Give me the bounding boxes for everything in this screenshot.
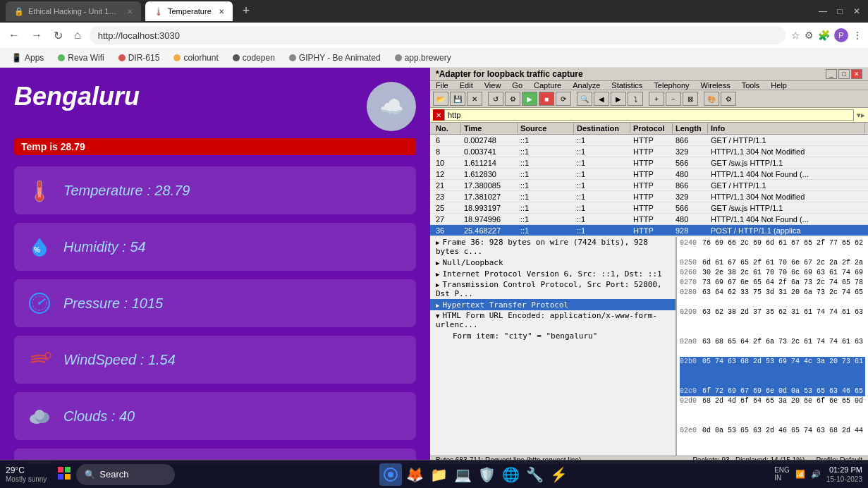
col-source: Source [518, 123, 574, 133]
detail-row[interactable]: ▶Internet Protocol Version 6, Src: ::1, … [430, 268, 676, 279]
bookmark-colorhunt[interactable]: colorhunt [168, 51, 224, 64]
bookmark-dir615[interactable]: DIR-615 [113, 51, 166, 64]
bookmark-apps[interactable]: 📱 Apps [6, 51, 49, 64]
bookmark-codepen[interactable]: codepen [227, 51, 281, 64]
ws-save-btn[interactable]: 💾 [450, 92, 465, 106]
packet-row[interactable]: 6 0.002748 ::1 ::1 HTTP 866 GET / HTTP/1… [430, 135, 868, 146]
pkt-info: HTTP/1.1 304 Not Modified [708, 147, 865, 157]
pkt-no: 25 [433, 203, 461, 213]
detail-row[interactable]: ▶Null/Loopback [430, 257, 676, 268]
settings-icon[interactable]: ⚙ [805, 30, 814, 41]
ws-jump-btn[interactable]: ⤵ [628, 92, 643, 106]
detail-row[interactable]: ▶Hypertext Transfer Protocol [430, 299, 676, 310]
taskbar-chrome-icon[interactable] [379, 463, 402, 486]
ws-maximize[interactable]: □ [838, 69, 850, 79]
ws-menu-telephony[interactable]: Telephony [651, 81, 692, 90]
taskbar-shield-icon[interactable]: 🛡️ [475, 463, 498, 486]
tab2-close[interactable]: ✕ [219, 8, 224, 16]
ws-filter-arrows: ▾▸ [857, 111, 865, 120]
ws-capture-opts-btn[interactable]: ⚙ [505, 92, 520, 106]
pkt-no: 23 [433, 192, 461, 202]
bookmark-reva-wifi-label: Reva Wifi [68, 53, 104, 63]
ws-menu-statistics[interactable]: Statistics [609, 81, 645, 90]
ws-menu-file[interactable]: File [433, 81, 451, 90]
ws-start-btn[interactable]: ▶ [522, 92, 537, 106]
ws-restart-btn[interactable]: ⟳ [556, 92, 571, 106]
wireshark-panel: *Adapter for loopback traffic capture _ … [430, 68, 868, 464]
ws-menu-analyze[interactable]: Analyze [570, 81, 603, 90]
ws-filter-clear[interactable]: ✕ [433, 109, 444, 121]
ws-minimize[interactable]: _ [826, 69, 837, 79]
ws-zoom-fit-btn[interactable]: ⊠ [683, 92, 698, 106]
taskbar-terminal-icon[interactable]: 💻 [451, 463, 474, 486]
ws-prefs-btn[interactable]: ⚙ [721, 92, 736, 106]
packet-row[interactable]: 21 17.380085 ::1 ::1 HTTP 866 GET / HTTP… [430, 180, 868, 191]
packet-row[interactable]: 25 18.993197 ::1 ::1 HTTP 566 GET /sw.js… [430, 202, 868, 214]
bookmark-icon[interactable]: ☆ [791, 30, 800, 41]
ws-menu-edit[interactable]: Edit [457, 81, 476, 90]
tab1-close[interactable]: ✕ [127, 8, 133, 16]
ws-prev-btn[interactable]: ◀ [594, 92, 609, 106]
ws-menu-wireless[interactable]: Wireless [698, 81, 733, 90]
new-tab-button[interactable]: + [237, 4, 256, 18]
ws-menu-tools[interactable]: Tools [739, 81, 763, 90]
packet-row[interactable]: 10 1.611214 ::1 ::1 HTTP 566 GET /sw.js … [430, 157, 868, 169]
packet-row[interactable]: 23 17.381027 ::1 ::1 HTTP 329 HTTP/1.1 3… [430, 191, 868, 202]
taskbar-firefox-icon[interactable]: 🦊 [403, 463, 426, 486]
ws-stop-btn[interactable]: ■ [539, 92, 554, 106]
ws-menu-go[interactable]: Go [509, 81, 525, 90]
minimize-button[interactable]: — [817, 6, 829, 17]
detail-row[interactable]: ▼HTML Form URL Encoded: application/x-ww… [430, 310, 676, 330]
address-input[interactable] [90, 26, 786, 44]
window-controls: — □ ✕ [817, 6, 862, 17]
extension-icon[interactable]: 🧩 [818, 30, 830, 41]
temperature-label: Temperature : 28.79 [63, 183, 190, 199]
close-button[interactable]: ✕ [851, 6, 862, 17]
ws-close-btn[interactable]: ✕ [467, 92, 482, 106]
ws-next-btn[interactable]: ▶ [611, 92, 626, 106]
pkt-dst: ::1 [574, 181, 630, 190]
detail-row[interactable]: Form item: "city" = "bengaluru" [430, 330, 676, 341]
start-button[interactable] [55, 464, 73, 484]
taskbar-chrome2-icon[interactable]: 🌐 [499, 463, 522, 486]
ws-menu-capture[interactable]: Capture [531, 81, 564, 90]
packet-row[interactable]: 36 25.468227 ::1 ::1 HTTP 928 POST / HTT… [430, 225, 868, 236]
tab-temperature[interactable]: 🌡️ Temperature ✕ [145, 1, 233, 21]
refresh-button[interactable]: ↻ [51, 28, 66, 44]
bookmark-giphy[interactable]: GIPHY - Be Animated [283, 51, 386, 64]
back-nav-button[interactable]: ← [6, 28, 23, 43]
taskbar-search-box[interactable]: 🔍 Search [76, 464, 175, 485]
toolbar-icons: ☆ ⚙ 🧩 P ⋮ [791, 28, 862, 42]
ws-colorize-btn[interactable]: 🎨 [704, 92, 719, 106]
ws-filter-input[interactable] [444, 109, 854, 121]
packet-row[interactable]: 12 1.612830 ::1 ::1 HTTP 480 HTTP/1.1 40… [430, 169, 868, 180]
ws-menu-view[interactable]: View [482, 81, 504, 90]
pkt-proto: HTTP [630, 147, 673, 157]
bookmark-appbrewery[interactable]: app.brewery [389, 51, 457, 64]
ws-open-btn[interactable]: 📂 [433, 92, 448, 106]
tab-ethical-hacking[interactable]: 🔒 Ethical Hacking - Unit 11 - We... ✕ [6, 1, 141, 21]
bookmark-reva-wifi[interactable]: Reva Wifi [52, 51, 109, 64]
packet-row[interactable]: 27 18.974996 ::1 ::1 HTTP 480 HTTP/1.1 4… [430, 214, 868, 225]
ws-reload-btn[interactable]: ↺ [488, 92, 503, 106]
taskbar-app5-icon[interactable]: 🔧 [523, 463, 546, 486]
ws-find-btn[interactable]: 🔍 [577, 92, 592, 106]
packet-row[interactable]: 8 0.003741 ::1 ::1 HTTP 329 HTTP/1.1 304… [430, 146, 868, 157]
svg-point-12 [35, 410, 44, 420]
detail-row[interactable]: ▶Transmission Control Protocol, Src Port… [430, 279, 676, 299]
menu-icon[interactable]: ⋮ [852, 30, 862, 41]
maximize-button[interactable]: □ [834, 6, 845, 17]
forward-nav-button[interactable]: → [28, 28, 45, 43]
profile-icon[interactable]: P [834, 28, 848, 42]
ws-menu-help[interactable]: Help [768, 81, 790, 90]
ws-zoom-in-btn[interactable]: + [649, 92, 664, 106]
ws-close[interactable]: ✕ [851, 69, 862, 79]
detail-row[interactable]: ▶Frame 36: 928 bytes on wire (7424 bits)… [430, 237, 676, 257]
taskbar-app6-icon[interactable]: ⚡ [547, 463, 570, 486]
taskbar-files-icon[interactable]: 📁 [427, 463, 450, 486]
main-content: Bengaluru ☁️ Temp is 28.79 Temperature :… [0, 68, 868, 464]
temp-badge: Temp is 28.79 [14, 138, 416, 155]
pkt-no: 10 [433, 158, 461, 168]
home-button[interactable]: ⌂ [71, 28, 84, 43]
ws-zoom-out-btn[interactable]: − [666, 92, 681, 106]
